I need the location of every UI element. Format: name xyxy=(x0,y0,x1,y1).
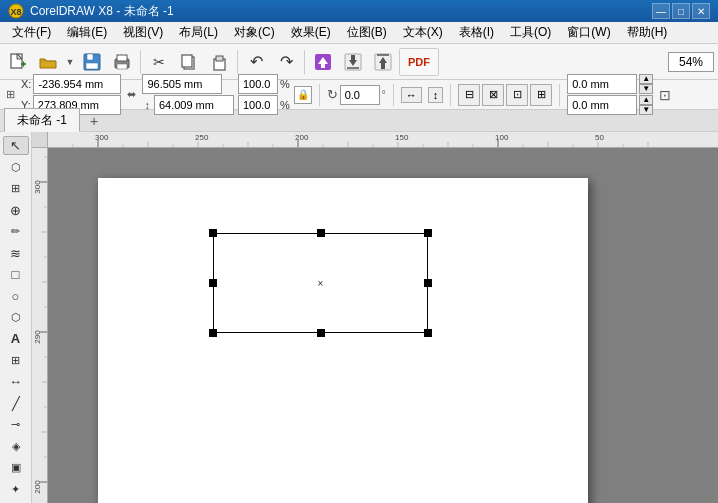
crop-tool[interactable]: ⊞ xyxy=(3,179,29,198)
cut-button[interactable]: ✂ xyxy=(145,48,173,76)
paste-button[interactable] xyxy=(205,48,233,76)
ellipse-tool[interactable]: ○ xyxy=(3,286,29,305)
node-tool[interactable]: ⬡ xyxy=(3,157,29,176)
pos-x-spinner[interactable]: ▲▼ xyxy=(639,74,653,94)
menu-window[interactable]: 窗口(W) xyxy=(559,22,618,43)
mirror-icon2[interactable]: ⊠ xyxy=(482,84,504,106)
handle-top-center[interactable] xyxy=(317,229,325,237)
straight-tool[interactable]: ╱ xyxy=(3,394,29,413)
canvas-area[interactable]: 300 250 200 150 100 50 xyxy=(32,132,718,503)
handle-top-right[interactable] xyxy=(424,229,432,237)
dims-tool[interactable]: ↔ xyxy=(3,372,29,391)
tb2-divider1 xyxy=(319,84,320,106)
rotation-icon: ↻ xyxy=(327,87,338,102)
export-up-button[interactable] xyxy=(369,48,397,76)
artmedia-tool[interactable]: ≋ xyxy=(3,243,29,262)
pos-x-input[interactable] xyxy=(567,74,637,94)
ruler-left: 300 290 200 xyxy=(32,132,48,503)
scale-y-input[interactable] xyxy=(238,95,278,115)
svg-rect-16 xyxy=(216,56,223,61)
v-mirror-button[interactable]: ↕ xyxy=(428,87,444,103)
tab-page1[interactable]: 未命名 -1 xyxy=(4,108,80,132)
angle-input[interactable] xyxy=(340,85,380,105)
copy-button[interactable] xyxy=(175,48,203,76)
fill-tool[interactable]: ▣ xyxy=(3,458,29,477)
open-dropdown[interactable]: ▼ xyxy=(64,48,76,76)
separator2 xyxy=(237,50,238,74)
pos-y-input[interactable] xyxy=(567,95,637,115)
h-mirror-button[interactable]: ↔ xyxy=(401,87,422,103)
menu-bitmap[interactable]: 位图(B) xyxy=(339,22,395,43)
scale-x-input[interactable] xyxy=(238,74,278,94)
pdf-button[interactable]: PDF xyxy=(399,48,439,76)
rect-tool[interactable]: □ xyxy=(3,265,29,284)
mirror-icon4[interactable]: ⊞ xyxy=(530,84,552,106)
svg-rect-9 xyxy=(86,63,98,69)
selected-object[interactable]: × xyxy=(213,233,428,333)
separator3 xyxy=(304,50,305,74)
pos-y-spinner[interactable]: ▲▼ xyxy=(639,95,653,115)
text-tool[interactable]: A xyxy=(3,329,29,348)
close-button[interactable]: ✕ xyxy=(692,3,710,19)
mirror-icon3[interactable]: ⊡ xyxy=(506,84,528,106)
polygon-tool[interactable]: ⬡ xyxy=(3,308,29,327)
interactive-tool[interactable]: ⊸ xyxy=(3,415,29,434)
height-input[interactable] xyxy=(154,95,234,115)
new-button[interactable] xyxy=(4,48,32,76)
add-tab-button[interactable]: + xyxy=(82,110,106,131)
ruler-corner xyxy=(32,132,48,148)
degree-symbol: ° xyxy=(382,89,386,100)
print-button[interactable] xyxy=(108,48,136,76)
handle-mid-right[interactable] xyxy=(424,279,432,287)
export-down-button[interactable] xyxy=(339,48,367,76)
svg-text:290: 290 xyxy=(33,330,42,344)
window-controls: — □ ✕ xyxy=(652,3,710,19)
app-title: CorelDRAW X8 - 未命名 -1 xyxy=(30,3,652,20)
height-icon: ↕ xyxy=(142,99,152,111)
menu-layout[interactable]: 布局(L) xyxy=(171,22,226,43)
minimize-button[interactable]: — xyxy=(652,3,670,19)
handle-bottom-right[interactable] xyxy=(424,329,432,337)
open-button[interactable] xyxy=(34,48,62,76)
handle-bottom-left[interactable] xyxy=(209,329,217,337)
mirror-icon1[interactable]: ⊟ xyxy=(458,84,480,106)
title-bar: X8 CorelDRAW X8 - 未命名 -1 — □ ✕ xyxy=(0,0,718,22)
handle-mid-left[interactable] xyxy=(209,279,217,287)
width-input[interactable] xyxy=(142,74,222,94)
object-size-icon: ⊞ xyxy=(4,88,17,101)
menu-table[interactable]: 表格(I) xyxy=(451,22,502,43)
menu-help[interactable]: 帮助(H) xyxy=(619,22,676,43)
menu-file[interactable]: 文件(F) xyxy=(4,22,59,43)
menu-edit[interactable]: 编辑(E) xyxy=(59,22,115,43)
menu-tools[interactable]: 工具(O) xyxy=(502,22,559,43)
menu-object[interactable]: 对象(C) xyxy=(226,22,283,43)
zoom-tool[interactable]: ⊕ xyxy=(3,200,29,219)
undo-button[interactable]: ↶ xyxy=(242,48,270,76)
smart-tool[interactable]: ✦ xyxy=(3,480,29,499)
tb2-divider4 xyxy=(559,84,560,106)
svg-text:250: 250 xyxy=(195,133,209,142)
zoom-level[interactable]: 54% xyxy=(668,52,714,72)
lock-aspect-button[interactable]: 🔒 xyxy=(294,86,312,104)
handle-top-left[interactable] xyxy=(209,229,217,237)
select-tool[interactable]: ↖ xyxy=(3,136,29,155)
app-logo: X8 xyxy=(8,3,24,19)
percent-x: % xyxy=(280,78,290,90)
handle-bottom-center[interactable] xyxy=(317,329,325,337)
import-export-button[interactable] xyxy=(309,48,337,76)
eyedrop-tool[interactable]: ◈ xyxy=(3,437,29,456)
menu-text[interactable]: 文本(X) xyxy=(395,22,451,43)
menu-effect[interactable]: 效果(E) xyxy=(283,22,339,43)
size-inputs: ↕ xyxy=(142,74,234,115)
freehand-tool[interactable]: ✏ xyxy=(3,222,29,241)
angle-wrap: ↻ ° xyxy=(327,85,386,105)
x-input[interactable] xyxy=(33,74,121,94)
table-tool[interactable]: ⊞ xyxy=(3,351,29,370)
svg-text:100: 100 xyxy=(495,133,509,142)
maximize-button[interactable]: □ xyxy=(672,3,690,19)
menu-view[interactable]: 视图(V) xyxy=(115,22,171,43)
redo-button[interactable]: ↷ xyxy=(272,48,300,76)
svg-rect-14 xyxy=(182,55,192,67)
properties-toolbar: ⊞ X: Y: ⬌ ↕ % % 🔒 xyxy=(0,80,718,110)
save-button[interactable] xyxy=(78,48,106,76)
